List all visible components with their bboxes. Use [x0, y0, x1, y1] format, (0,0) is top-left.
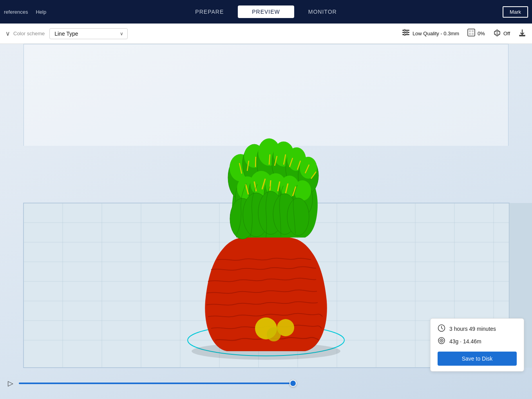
filament-icon: [438, 337, 445, 346]
svg-point-81: [267, 327, 281, 341]
toolbar-left: ∨ Color scheme Line Type ∨: [5, 28, 398, 39]
svg-rect-7: [469, 30, 471, 32]
toolbar: ∨ Color scheme Line Type ∨ Low: [0, 24, 532, 44]
chevron-down-icon: ∨: [120, 31, 123, 36]
svg-line-64: [270, 180, 271, 190]
download-button[interactable]: [518, 29, 527, 38]
infill-button[interactable]: 0%: [467, 28, 485, 39]
svg-point-56: [294, 180, 311, 201]
tab-monitor[interactable]: MONITOR: [294, 5, 351, 18]
tab-prepare[interactable]: PREPARE: [181, 5, 238, 18]
clock-icon: [438, 324, 445, 334]
weight-text: 43g · 14.46m: [449, 338, 481, 345]
save-to-disk-button[interactable]: Save to Disk: [438, 352, 517, 366]
toolbar-right: Low Quality - 0.3mm 0%: [402, 28, 527, 39]
weight-row: 43g · 14.46m: [438, 337, 517, 346]
layer-slider[interactable]: [19, 383, 293, 384]
color-scheme-dropdown[interactable]: Line Type ∨: [49, 28, 128, 39]
svg-rect-1: [402, 32, 409, 33]
svg-rect-2: [402, 34, 409, 35]
svg-point-61: [287, 198, 309, 236]
panel-collapse-icon[interactable]: ∨: [5, 30, 10, 37]
support-icon: [493, 29, 501, 38]
tab-preview[interactable]: PREVIEW: [238, 5, 294, 18]
nav-references[interactable]: references: [4, 9, 28, 15]
svg-rect-8: [472, 30, 474, 32]
nav-left: references Help: [0, 9, 46, 15]
color-scheme-label: Color scheme: [13, 31, 45, 36]
viewport[interactable]: 3 hours 49 minutes 43g · 14.46m Save to …: [0, 44, 532, 399]
settings-icon: [402, 28, 410, 39]
settings-button[interactable]: Low Quality - 0.3mm: [402, 28, 459, 39]
nav-right: Mark: [503, 6, 532, 18]
support-button[interactable]: Off: [493, 29, 510, 38]
slider-thumb[interactable]: [290, 380, 297, 387]
color-scheme-value: Line Type: [54, 31, 78, 37]
time-text: 3 hours 49 minutes: [449, 326, 496, 332]
slider-fill: [19, 383, 293, 384]
svg-rect-6: [468, 29, 475, 36]
time-row: 3 hours 49 minutes: [438, 324, 517, 334]
3d-model: [172, 136, 360, 360]
nav-help[interactable]: Help: [36, 9, 46, 15]
svg-point-46: [300, 157, 317, 179]
download-icon: [518, 29, 527, 38]
nav-tabs: PREPARE PREVIEW MONITOR: [181, 5, 351, 18]
mark-button[interactable]: Mark: [503, 6, 528, 18]
svg-point-5: [404, 34, 405, 35]
play-button[interactable]: ▷: [8, 379, 13, 388]
top-nav: references Help PREPARE PREVIEW MONITOR …: [0, 0, 532, 24]
bottom-info-panel: 3 hours 49 minutes 43g · 14.46m Save to …: [430, 318, 524, 372]
svg-rect-10: [472, 33, 474, 35]
support-value: Off: [503, 31, 510, 36]
svg-rect-0: [402, 30, 409, 31]
quality-text: Low Quality - 0.3mm: [413, 31, 459, 36]
svg-rect-9: [469, 33, 471, 35]
playback-bar: ▷: [0, 375, 532, 391]
svg-line-71: [255, 157, 256, 167]
svg-point-3: [404, 29, 405, 31]
infill-icon: [467, 28, 476, 39]
infill-value: 0%: [478, 31, 485, 36]
svg-point-85: [441, 340, 442, 341]
quality-section: Low Quality - 0.3mm: [402, 28, 459, 39]
svg-point-4: [406, 32, 408, 33]
back-wall: [24, 44, 508, 146]
